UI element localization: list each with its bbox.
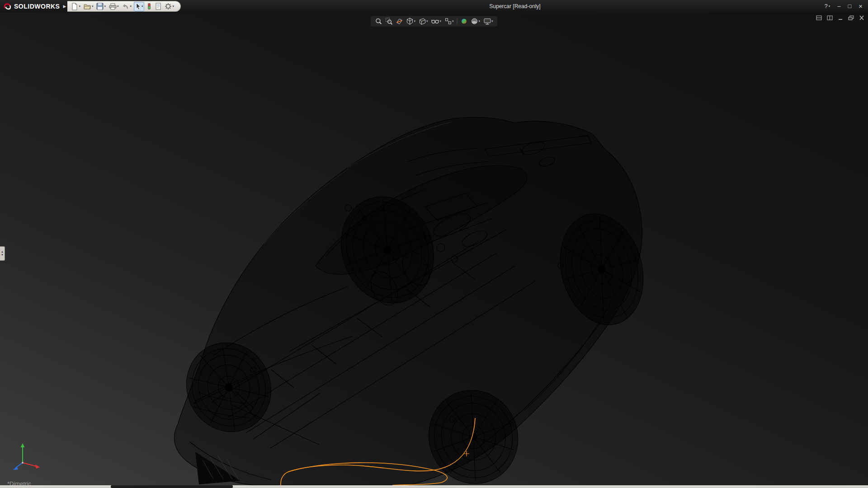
display-style-icon: [419, 18, 426, 25]
reference-triad: [8, 439, 44, 474]
dropdown-arrow-icon[interactable]: ▾: [130, 5, 132, 8]
options-gear-icon: [165, 3, 172, 10]
zoom-to-fit-button[interactable]: [375, 18, 382, 25]
solidworks-logo: SOLIDWORKS: [0, 3, 62, 10]
solidworks-window: SOLIDWORKS ▶ ▾ ▾: [0, 0, 868, 488]
select-button[interactable]: ▾: [134, 2, 145, 11]
dropdown-arrow-icon[interactable]: ▾: [92, 5, 94, 8]
view-settings-monitor-icon: [483, 18, 491, 25]
file-properties-icon: [155, 3, 161, 10]
3d-viewport[interactable]: ▾ ▾ ▾ ▾: [0, 13, 868, 485]
view-orientation-cube-icon: [406, 18, 413, 25]
dropdown-arrow-icon[interactable]: ▾: [491, 19, 493, 23]
select-cursor-icon: [135, 3, 141, 10]
save-floppy-icon: [96, 3, 104, 10]
minimize-button[interactable]: –: [837, 0, 840, 13]
undo-button[interactable]: ▾: [121, 2, 132, 11]
new-document-icon: [71, 3, 78, 10]
printer-icon: [109, 3, 117, 10]
headsup-view-toolbar: ▾ ▾ ▾ ▾: [370, 16, 497, 27]
edit-appearance-sphere-icon: [461, 18, 468, 25]
view-settings-button[interactable]: ▾: [483, 18, 493, 25]
3ds-logo-icon: [4, 3, 11, 10]
view-display-options-button[interactable]: ▾: [444, 18, 454, 25]
save-button[interactable]: ▾: [95, 2, 107, 11]
view-orientation-label: *Dimetric: [7, 480, 31, 485]
document-window-controls: [816, 15, 864, 20]
hide-show-items-button[interactable]: ▾: [431, 18, 441, 24]
window-title: Supercar [Read-only]: [489, 0, 540, 13]
featuremanager-splitter-tab[interactable]: ▲ ▼: [0, 246, 5, 261]
wireframe-car-model: [0, 13, 868, 485]
triad-x-axis: [23, 463, 36, 466]
zoom-to-area-button[interactable]: [385, 18, 392, 25]
brand-text: SOLIDWORKS: [14, 3, 60, 10]
tile-vertical-icon[interactable]: [827, 15, 833, 20]
open-folder-icon: [84, 3, 91, 10]
apply-scene-icon: [471, 18, 478, 25]
restore-document-icon[interactable]: [848, 15, 854, 20]
section-view-icon: [396, 18, 403, 25]
titlebar: SOLIDWORKS ▶ ▾ ▾: [0, 0, 868, 13]
splitter-arrow-down-icon: ▼: [1, 253, 4, 257]
zoom-to-area-icon: [385, 18, 392, 25]
print-button[interactable]: ▾: [108, 2, 120, 11]
quick-access-toolbar: ▾ ▾ ▾ ▾: [67, 1, 181, 12]
dropdown-arrow-icon[interactable]: ▾: [142, 5, 143, 8]
rebuild-button[interactable]: [146, 2, 153, 11]
dropdown-arrow-icon[interactable]: ▾: [414, 19, 415, 23]
zoom-to-fit-icon: [375, 18, 382, 25]
minimize-document-icon[interactable]: [838, 15, 843, 20]
window-controls: ? ▾ – □ ×: [824, 0, 868, 13]
close-button[interactable]: ×: [859, 0, 863, 13]
status-strip-segment: [111, 485, 233, 488]
dropdown-arrow-icon[interactable]: ▾: [426, 19, 428, 23]
dropdown-arrow-icon[interactable]: ▾: [104, 5, 106, 8]
view-orientation-button[interactable]: ▾: [406, 18, 415, 25]
edit-appearance-button[interactable]: [461, 18, 468, 25]
open-document-button[interactable]: ▾: [83, 2, 94, 11]
help-button[interactable]: ? ▾: [824, 0, 830, 13]
hide-show-glasses-icon: [431, 18, 439, 24]
toolbar-separator: [457, 18, 458, 24]
splitter-arrow-up-icon: ▲: [1, 250, 4, 253]
dropdown-arrow-icon[interactable]: ▾: [452, 19, 454, 23]
apply-scene-button[interactable]: ▾: [471, 18, 481, 25]
help-label: ?: [824, 0, 827, 13]
restore-button[interactable]: □: [848, 0, 851, 13]
toolbar-flyout-arrow-icon[interactable]: ▾: [172, 5, 174, 8]
display-style-button[interactable]: ▾: [419, 18, 428, 25]
dropdown-arrow-icon[interactable]: ▾: [439, 19, 441, 23]
menu-flyout-arrow[interactable]: ▶: [63, 4, 66, 9]
undo-arrow-icon: [122, 3, 129, 10]
car-body-outline: [174, 117, 642, 485]
dropdown-arrow-icon[interactable]: ▾: [479, 19, 481, 23]
close-document-icon[interactable]: [859, 15, 864, 20]
new-document-button[interactable]: ▾: [70, 2, 81, 11]
dropdown-arrow-icon[interactable]: ▾: [117, 5, 119, 8]
status-strip: [0, 485, 868, 488]
view-display-options-icon: [444, 18, 452, 25]
tile-horizontal-icon[interactable]: [816, 15, 822, 20]
section-view-button[interactable]: [396, 18, 403, 25]
dropdown-arrow-icon[interactable]: ▾: [79, 5, 80, 8]
file-properties-button[interactable]: [154, 2, 162, 11]
help-dropdown-arrow-icon: ▾: [829, 0, 830, 13]
options-button[interactable]: ▾: [164, 2, 175, 11]
rebuild-traffic-light-icon: [146, 3, 152, 10]
